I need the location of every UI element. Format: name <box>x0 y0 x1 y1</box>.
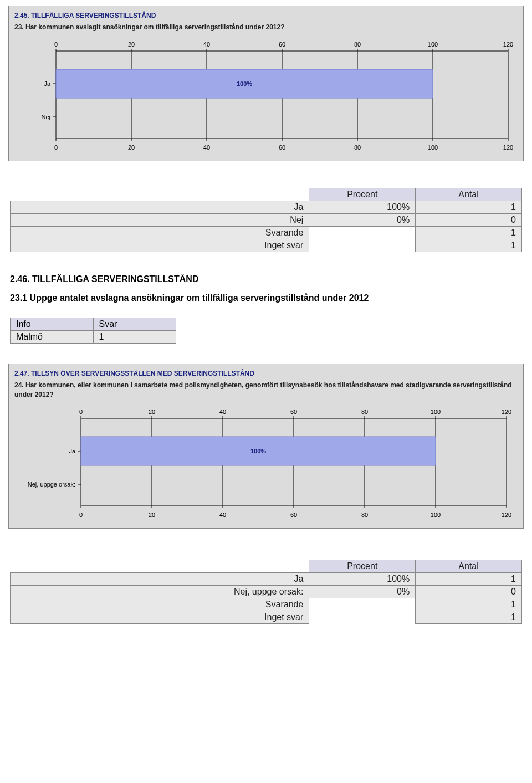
chart-box-1: 2.45. TILLFÄLLIGA SERVERINGSTILLSTÅND 23… <box>8 6 524 161</box>
chart1-title: 2.45. TILLFÄLLIGA SERVERINGSTILLSTÅND <box>14 12 518 19</box>
chart2-area: 0 20 40 60 80 100 120 <box>14 406 518 523</box>
table1-r3-antal: 1 <box>416 239 522 252</box>
chart2-tick-bot-0: 0 <box>79 511 83 518</box>
table1-hdr-procent: Procent <box>309 188 416 201</box>
table2-hdr-procent: Procent <box>309 560 416 572</box>
chart1-tick-bot-1: 20 <box>128 144 135 151</box>
table1-r1-procent: 0% <box>309 213 416 226</box>
chart1-tick-bot-3: 60 <box>279 144 285 151</box>
info-table: Info Svar Malmö 1 <box>10 318 176 344</box>
chart1-tick-bot-6: 120 <box>503 144 513 151</box>
chart2-bar-label: 100% <box>250 448 266 454</box>
chart2-title: 2.47. TILLSYN ÖVER SERVERINGSSTÄLLEN MED… <box>14 370 518 377</box>
chart2-cat-nej: Nej, uppge orsak: <box>28 481 75 488</box>
chart2-tick-bot-4: 80 <box>361 511 368 518</box>
chart1-bar-label: 100% <box>237 80 252 87</box>
table2-r1-antal: 0 <box>416 585 522 598</box>
table-row: Svarande 1 <box>11 598 522 611</box>
chart1-tick-bot-4: 80 <box>354 144 361 151</box>
chart2-tick-top-2: 40 <box>219 408 226 415</box>
table1-r0-antal: 1 <box>416 201 522 213</box>
chart2-tick-top-1: 20 <box>149 408 155 415</box>
chart2-question: 24. Har kommunen, eller kommunen i samar… <box>14 381 518 400</box>
table-row: Inget svar 1 <box>11 611 522 623</box>
info-hdr-svar: Svar <box>93 318 176 331</box>
chart1-cat-ja: Ja <box>44 80 51 87</box>
chart2-tick-top-6: 120 <box>502 408 511 415</box>
chart2-tick-bot-6: 120 <box>502 511 511 518</box>
table1-r0-procent: 100% <box>309 201 416 213</box>
table2-r0-procent: 100% <box>309 572 416 585</box>
chart2-tick-top-0: 0 <box>79 408 83 415</box>
chart1-tick-top-5: 100 <box>428 41 438 48</box>
table1-r1-label: Nej <box>11 213 309 226</box>
info-r0-svar: 1 <box>93 331 176 344</box>
section-246-heading: 2.46. TILLFÄLLIGA SERVERINGSTILLSTÅND <box>10 274 532 284</box>
table2-r2-antal: 1 <box>416 598 522 611</box>
table1-r0-label: Ja <box>11 201 309 213</box>
chart2-tick-bot-5: 100 <box>431 511 441 518</box>
table2-r1-procent: 0% <box>309 585 416 598</box>
table2-r0-label: Ja <box>11 572 309 585</box>
chart1-tick-bot-2: 40 <box>203 144 210 151</box>
table2-r1-label: Nej, uppge orsak: <box>11 585 309 598</box>
chart2-tick-bot-2: 40 <box>219 511 226 518</box>
chart1-tick-bot-0: 0 <box>54 144 58 151</box>
chart1-tick-top-0: 0 <box>54 41 58 48</box>
table2-r3-label: Inget svar <box>11 611 309 623</box>
chart2-tick-top-5: 100 <box>431 408 441 415</box>
chart2-tick-bot-1: 20 <box>149 511 155 518</box>
table2: Procent Antal Ja 100% 1 Nej, uppge orsak… <box>10 560 522 624</box>
table2-r2-label: Svarande <box>11 598 309 611</box>
chart1-tick-top-6: 120 <box>503 41 513 48</box>
table1-r2-antal: 1 <box>416 226 522 239</box>
chart1-tick-bot-5: 100 <box>428 144 438 151</box>
table1-r3-label: Inget svar <box>11 239 309 252</box>
table2-hdr-antal: Antal <box>416 560 522 572</box>
chart1-tick-top-3: 60 <box>279 41 285 48</box>
table-row: Ja 100% 1 <box>11 201 522 213</box>
chart1-tick-top-4: 80 <box>354 41 361 48</box>
chart2-tick-top-4: 80 <box>361 408 368 415</box>
chart2-tick-bot-3: 60 <box>290 511 297 518</box>
table2-r0-antal: 1 <box>416 572 522 585</box>
chart2-cat-ja: Ja <box>69 448 76 454</box>
chart2-svg: 0 20 40 60 80 100 120 <box>14 406 518 523</box>
chart1-area: 0 20 40 60 80 100 120 <box>14 39 518 155</box>
table-row: Ja 100% 1 <box>11 572 522 585</box>
table1-hdr-antal: Antal <box>416 188 522 201</box>
table1-r2-label: Svarande <box>11 226 309 239</box>
table1: Procent Antal Ja 100% 1 Nej 0% 0 Svarand… <box>10 188 522 252</box>
info-r0-info: Malmö <box>11 331 94 344</box>
section-246-question: 23.1 Uppge antalet avslagna ansökningar … <box>10 292 521 304</box>
table-row: Svarande 1 <box>11 226 522 239</box>
chart1-svg: 0 20 40 60 80 100 120 <box>14 39 518 155</box>
table2-r3-antal: 1 <box>416 611 522 623</box>
table-row: Inget svar 1 <box>11 239 522 252</box>
info-hdr-info: Info <box>11 318 94 331</box>
chart1-tick-top-1: 20 <box>128 41 135 48</box>
chart-box-2: 2.47. TILLSYN ÖVER SERVERINGSSTÄLLEN MED… <box>8 364 524 529</box>
chart2-tick-top-3: 60 <box>290 408 297 415</box>
table-row: Nej 0% 0 <box>11 213 522 226</box>
table1-r1-antal: 0 <box>416 213 522 226</box>
chart1-tick-top-2: 40 <box>203 41 210 48</box>
chart1-question: 23. Har kommunen avslagit ansökningar om… <box>14 23 518 32</box>
chart1-cat-nej: Nej <box>41 114 50 120</box>
table-row: Nej, uppge orsak: 0% 0 <box>11 585 522 598</box>
table-row: Malmö 1 <box>11 331 176 344</box>
